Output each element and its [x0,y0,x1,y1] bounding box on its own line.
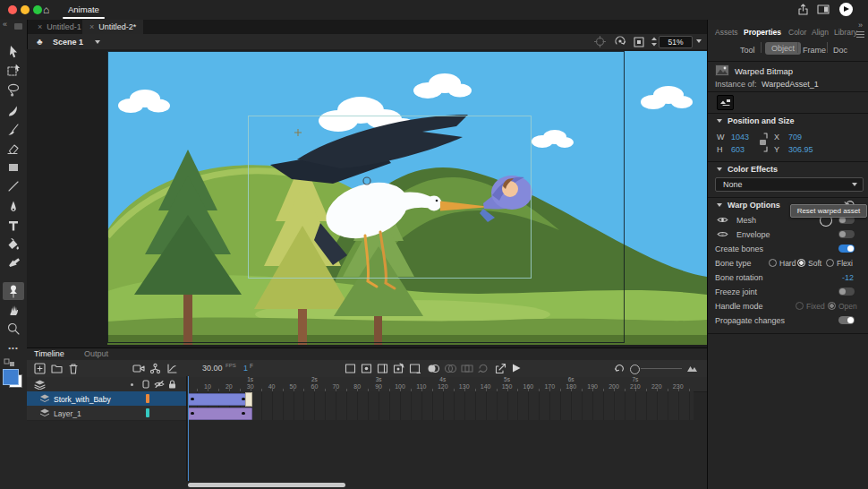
tab-color[interactable]: Color [788,28,806,37]
tab-assets[interactable]: Assets [715,28,738,37]
subtab-frame[interactable]: Frame [803,46,826,55]
layer-row[interactable]: Layer_1 [27,406,707,420]
create-bones-toggle[interactable] [838,244,855,253]
scene-dropdown-icon[interactable] [95,40,100,44]
frame-size-icon[interactable] [686,364,698,374]
layer-name[interactable]: Stork_with_Baby [54,395,111,404]
onion-skin-icon[interactable] [427,364,440,375]
center-stage-icon[interactable] [634,37,644,49]
zoom-stepper[interactable] [651,36,658,49]
insert-blank-keyframe-icon[interactable] [377,363,388,376]
scene-breadcrumb[interactable]: Scene 1 [53,38,83,47]
collapse-panel-icon[interactable]: « [3,20,7,29]
delete-icon[interactable] [68,363,79,376]
insert-keyframe-icon[interactable] [361,363,372,376]
new-layer-icon[interactable] [34,363,46,376]
share-icon[interactable] [797,4,809,18]
timeline-horizontal-scrollbar[interactable] [188,483,345,487]
bone-rotation-value[interactable]: -12 [842,273,854,282]
doc-tab-untitled-1[interactable]: ×Untitled-1 [30,20,89,34]
tab-properties[interactable]: Properties [744,28,781,37]
tab-animate[interactable]: Animate [55,0,112,20]
y-value[interactable]: 306.95 [788,145,813,154]
position-size-header[interactable]: Position and Size [728,116,795,125]
color-effects-header[interactable]: Color Effects [728,165,778,174]
tool-text[interactable] [3,217,24,235]
bone-type-flexi-radio[interactable]: Flexi [826,259,853,268]
expand-panel-icon[interactable]: » [858,21,863,30]
insert-frame-icon[interactable] [345,363,356,376]
export-frame-icon[interactable] [495,363,506,376]
swap-symbol-button[interactable] [717,95,734,110]
bone-type-hard-radio[interactable]: Hard [769,259,796,268]
onion-outlines-icon[interactable] [444,364,457,375]
doc-tab-untitled-2[interactable]: ×Untitled-2* [82,20,143,34]
play-icon[interactable] [511,363,522,375]
layer-name-cell[interactable]: Layer_1 [27,406,186,421]
tool-eraser[interactable] [3,140,24,158]
close-window-button[interactable] [8,5,17,14]
link-wh-icon[interactable] [758,133,769,154]
timeline-ruler[interactable]: 1020304050607080901001101201301401501601… [186,377,694,391]
tool-eyedropper[interactable] [3,254,24,272]
stage-canvas[interactable] [107,51,707,345]
camera-column-icon[interactable] [131,383,133,386]
fill-color-swatch[interactable] [3,369,19,385]
subtab-doc[interactable]: Doc [833,46,847,55]
warp-options-header[interactable]: Warp Options [728,201,780,210]
graph-editor-icon[interactable] [166,363,178,376]
highlight-column-icon[interactable] [142,380,149,390]
propagate-changes-toggle[interactable] [838,316,855,324]
close-icon[interactable]: × [89,22,94,31]
tool-selection[interactable] [3,43,24,61]
keyframe-dot[interactable] [242,398,245,401]
bone-type-soft-radio[interactable]: Soft [797,259,821,268]
keyframe-dot[interactable] [191,398,194,401]
visibility-column-icon[interactable] [154,380,165,390]
subtab-object[interactable]: Object [765,42,801,55]
tool-paint-bucket[interactable] [3,236,24,253]
tool-asset-warp[interactable] [3,282,24,300]
panel-menu-icon[interactable] [856,34,864,35]
loop-icon[interactable] [477,363,489,376]
auto-keyframe-icon[interactable] [393,363,404,376]
rotate-view-icon[interactable] [614,36,626,49]
width-value[interactable]: 1043 [731,133,749,142]
tab-timeline[interactable]: Timeline [34,349,64,358]
envelope-visibility-eye-icon[interactable] [717,230,728,240]
playhead[interactable] [188,376,189,481]
tool-zoom[interactable] [3,320,24,338]
layer-name[interactable]: Layer_1 [54,409,81,418]
more-tools-icon[interactable]: ••• [3,339,24,356]
x-value[interactable]: 709 [788,133,802,142]
tool-fluid-brush[interactable] [3,102,24,120]
minimize-window-button[interactable] [21,5,30,14]
zoom-level-input[interactable]: 51% [659,36,693,48]
workspace-icon[interactable] [817,4,830,16]
keyframe-dot[interactable] [191,412,194,416]
tool-free-transform[interactable] [3,62,24,80]
maximize-window-button[interactable] [33,5,42,14]
tool-classic-brush[interactable] [3,121,24,139]
close-icon[interactable]: × [38,22,42,31]
freeze-joint-toggle[interactable] [838,287,855,296]
mesh-visibility-eye-icon[interactable] [717,216,728,226]
current-frame-value[interactable]: 1 [243,364,248,373]
timeline-zoom-slider-track[interactable] [641,368,682,369]
tab-align[interactable]: Align [812,28,829,37]
tool-line[interactable] [3,177,24,195]
subtab-tool[interactable]: Tool [740,46,755,55]
edit-multiple-frames-icon[interactable] [461,364,473,375]
timeline-zoom-slider-knob[interactable] [630,365,640,374]
fps-value[interactable]: 30.00 [202,364,223,373]
height-value[interactable]: 603 [731,145,745,154]
tool-pen[interactable] [3,198,24,216]
layer-name-cell[interactable]: Stork_with_Baby [27,391,186,407]
instance-name[interactable]: WarpedAsset_1 [762,80,819,89]
reset-timeline-zoom-icon[interactable] [614,364,625,375]
play-circle-icon[interactable] [839,3,853,16]
envelope-toggle[interactable] [838,230,855,238]
tool-lasso[interactable] [3,81,24,99]
layer-color-chip[interactable] [146,408,149,417]
stage-pasteboard[interactable] [27,49,707,347]
